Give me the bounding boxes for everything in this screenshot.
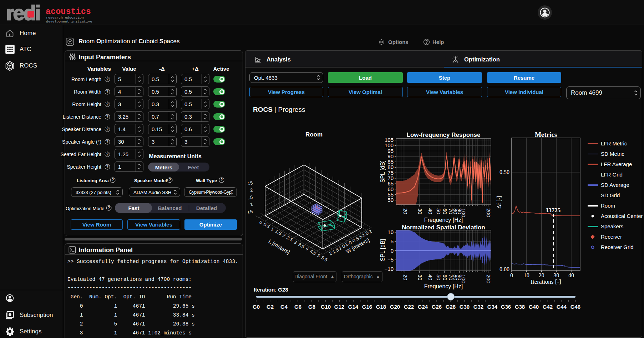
svg-text:0.50: 0.50 <box>500 169 509 175</box>
svg-text:Receiver Grid: Receiver Grid <box>601 244 634 250</box>
svg-text:10: 10 <box>387 229 394 235</box>
svg-text:Frequency [Hz]: Frequency [Hz] <box>424 283 463 289</box>
svg-text:100: 100 <box>385 142 394 148</box>
svg-text:50: 50 <box>436 208 442 214</box>
svg-text:Room: Room <box>601 203 615 209</box>
svg-text:40: 40 <box>427 274 433 280</box>
svg-text:5.5: 5.5 <box>320 255 329 263</box>
svg-text:105: 105 <box>385 137 394 143</box>
svg-text:2: 2 <box>282 233 286 239</box>
svg-text:Speakers: Speakers <box>601 223 623 229</box>
svg-text:4: 4 <box>305 246 310 252</box>
svg-text:research education: research education <box>46 16 84 20</box>
svg-text:2.5: 2.5 <box>286 235 294 243</box>
svg-text:Metrics: Metrics <box>535 131 557 138</box>
svg-text:0: 0 <box>258 219 263 225</box>
svg-text:3: 3 <box>293 239 298 245</box>
svg-text:SPL [dB]: SPL [dB] <box>380 239 386 262</box>
svg-text:1: 1 <box>270 226 275 232</box>
svg-text:80: 80 <box>387 164 394 170</box>
svg-text:90: 90 <box>387 153 394 159</box>
svg-text:Room: Room <box>305 131 323 138</box>
svg-text:60: 60 <box>442 274 448 280</box>
svg-text:0: 0 <box>510 272 513 278</box>
svg-text:acoustics: acoustics <box>46 7 91 16</box>
svg-text:Low-frequency Response: Low-frequency Response <box>407 131 481 138</box>
svg-text:30: 30 <box>417 208 423 214</box>
svg-text:95: 95 <box>387 148 394 154</box>
svg-text:1.5: 1.5 <box>248 194 253 200</box>
svg-text:85: 85 <box>387 159 394 165</box>
svg-text:redi: redi <box>6 2 40 24</box>
svg-text:20: 20 <box>539 272 544 278</box>
svg-text:20: 20 <box>402 208 409 214</box>
svg-text:75: 75 <box>387 170 394 176</box>
svg-text:60: 60 <box>442 208 448 214</box>
svg-text:2.5: 2.5 <box>248 180 253 186</box>
svg-text:I3725: I3725 <box>546 207 561 214</box>
svg-text:200: 200 <box>486 274 492 283</box>
svg-text:100: 100 <box>461 274 467 283</box>
svg-text:Frequency [Hz]: Frequency [Hz] <box>424 217 463 223</box>
svg-text:50: 50 <box>387 197 394 203</box>
svg-text:10: 10 <box>524 272 529 278</box>
svg-text:40: 40 <box>427 208 433 214</box>
svg-text:55: 55 <box>387 192 394 198</box>
svg-text:SD Metric: SD Metric <box>601 151 624 157</box>
svg-text:SD Average: SD Average <box>601 182 629 188</box>
svg-text:Receiver: Receiver <box>601 234 622 240</box>
svg-text:LFR Metric: LFR Metric <box>601 140 627 146</box>
svg-text:2: 2 <box>250 187 253 193</box>
svg-text:SPL [dB]: SPL [dB] <box>380 160 386 183</box>
svg-text:1: 1 <box>250 202 253 207</box>
svg-text:0: 0 <box>391 248 394 254</box>
svg-text:development initiative: development initiative <box>46 20 92 24</box>
svg-text:200: 200 <box>486 208 492 217</box>
svg-text:Iterations [-]: Iterations [-] <box>531 278 561 285</box>
svg-text:3.5: 3.5 <box>297 242 305 249</box>
svg-text:1.5: 1.5 <box>274 228 283 236</box>
svg-text:Acoustical Center: Acoustical Center <box>601 213 643 219</box>
svg-text:60: 60 <box>387 186 394 192</box>
svg-text:70: 70 <box>387 175 394 181</box>
svg-text:LFR Grid: LFR Grid <box>601 172 623 178</box>
svg-text:30: 30 <box>417 274 423 280</box>
svg-text:0.5: 0.5 <box>263 222 271 229</box>
svg-text:65: 65 <box>387 180 394 187</box>
svg-text:−5: −5 <box>387 257 394 263</box>
svg-text:SD Grid: SD Grid <box>601 192 620 198</box>
svg-text:100: 100 <box>461 208 467 217</box>
svg-text:5: 5 <box>316 253 321 259</box>
svg-text:0.5: 0.5 <box>248 209 253 215</box>
svg-text:Δf [-]: Δf [-] <box>496 196 502 209</box>
svg-text:L [meters]: L [meters] <box>268 238 291 255</box>
svg-text:20: 20 <box>402 274 409 280</box>
svg-text:0.00: 0.00 <box>500 266 509 272</box>
svg-text:4.5: 4.5 <box>309 248 317 256</box>
svg-text:−10: −10 <box>385 266 394 272</box>
svg-text:LFR Average: LFR Average <box>601 161 632 167</box>
svg-text:5: 5 <box>391 238 394 244</box>
svg-text:40: 40 <box>568 272 574 278</box>
svg-text:50: 50 <box>436 274 442 280</box>
svg-text:30: 30 <box>553 272 559 278</box>
svg-text:Normalized Spatial Deviation: Normalized Spatial Deviation <box>402 224 485 231</box>
